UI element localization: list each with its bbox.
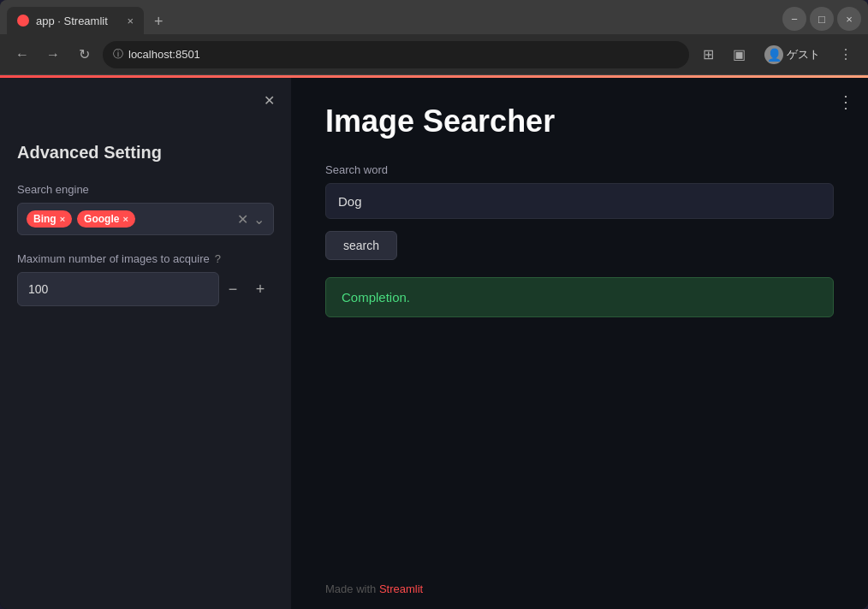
- dropdown-chevron-icon[interactable]: ⌄: [253, 211, 265, 228]
- back-button[interactable]: ←: [10, 43, 34, 67]
- number-input-row: − +: [17, 272, 274, 306]
- clear-all-icon[interactable]: ✕: [237, 211, 248, 228]
- search-word-input[interactable]: [325, 183, 834, 219]
- max-images-input[interactable]: [17, 272, 219, 306]
- user-menu-button[interactable]: 👤 ゲスト: [758, 42, 827, 68]
- browser-menu-button[interactable]: ⋮: [834, 43, 858, 67]
- made-with-footer: Made with Streamlit: [325, 582, 423, 595]
- increment-button[interactable]: +: [247, 272, 274, 306]
- decrement-button[interactable]: −: [219, 272, 247, 306]
- main-content: ⋮ Image Searcher Search word search Comp…: [291, 78, 868, 609]
- google-tag-close[interactable]: ×: [122, 214, 128, 224]
- made-with-text: Made with: [325, 582, 376, 595]
- user-avatar: 👤: [764, 45, 783, 64]
- page-title: Image Searcher: [325, 103, 834, 139]
- completion-message: Completion.: [325, 277, 834, 317]
- tab-bar: app · Streamlit × + − □ ×: [0, 0, 868, 34]
- streamlit-link[interactable]: Streamlit: [379, 582, 423, 595]
- app-body: ✕ Advanced Setting Search engine Bing × …: [0, 78, 868, 609]
- user-label: ゲスト: [787, 47, 820, 62]
- sidebar: ✕ Advanced Setting Search engine Bing × …: [0, 78, 291, 609]
- bing-tag-close[interactable]: ×: [60, 214, 65, 224]
- lock-icon: ⓘ: [113, 47, 123, 62]
- sidebar-close-button[interactable]: ✕: [257, 88, 281, 112]
- max-images-label-row: Maximum number of images to acquire ?: [17, 252, 274, 265]
- address-bar-actions: ⊞ ▣ 👤 ゲスト ⋮: [696, 42, 858, 68]
- window-controls: − □ ×: [782, 7, 861, 31]
- close-button[interactable]: ×: [837, 7, 861, 31]
- address-bar: ← → ↻ ⓘ localhost:8501 ⊞ ▣ 👤 ゲスト ⋮: [0, 34, 868, 75]
- google-tag-label: Google: [84, 213, 119, 225]
- translate-icon-button[interactable]: ⊞: [696, 43, 720, 67]
- address-text: localhost:8501: [128, 48, 200, 61]
- browser-window: app · Streamlit × + − □ × ← → ↻ ⓘ localh…: [0, 0, 868, 609]
- forward-button[interactable]: →: [41, 43, 65, 67]
- google-tag[interactable]: Google ×: [77, 210, 135, 228]
- search-word-label: Search word: [325, 163, 834, 176]
- sidebar-toggle-button[interactable]: ▣: [727, 43, 751, 67]
- sidebar-title: Advanced Setting: [17, 143, 274, 163]
- main-menu-button[interactable]: ⋮: [837, 92, 854, 112]
- completion-text: Completion.: [342, 290, 410, 304]
- multiselect-controls: ✕ ⌄: [237, 211, 265, 228]
- address-input[interactable]: ⓘ localhost:8501: [103, 41, 689, 68]
- refresh-button[interactable]: ↻: [72, 43, 96, 67]
- bing-tag-label: Bing: [33, 213, 56, 225]
- tab-close-button[interactable]: ×: [127, 15, 134, 27]
- tab-favicon: [17, 15, 29, 27]
- search-engine-multiselect[interactable]: Bing × Google × ✕ ⌄: [17, 203, 274, 235]
- help-icon[interactable]: ?: [215, 252, 221, 265]
- search-button[interactable]: search: [325, 231, 397, 260]
- maximize-button[interactable]: □: [810, 7, 834, 31]
- tab-title: app · Streamlit: [36, 15, 108, 27]
- search-engine-label: Search engine: [17, 183, 274, 196]
- minimize-button[interactable]: −: [782, 7, 806, 31]
- new-tab-button[interactable]: +: [147, 10, 170, 33]
- active-tab: app · Streamlit ×: [7, 7, 144, 34]
- max-images-label: Maximum number of images to acquire: [17, 252, 210, 265]
- bing-tag[interactable]: Bing ×: [27, 210, 72, 228]
